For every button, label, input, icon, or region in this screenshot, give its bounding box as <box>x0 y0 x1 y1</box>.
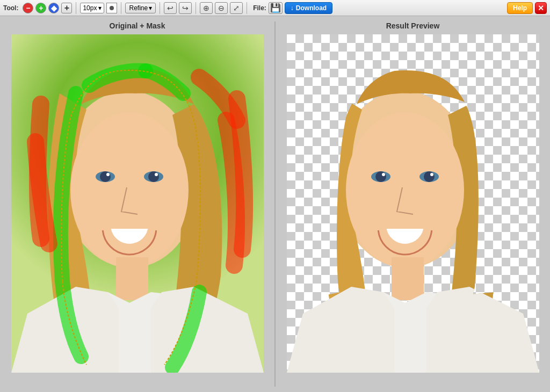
right-panel-title: Result Preview <box>386 21 440 30</box>
plus-tool-button[interactable]: + <box>61 3 72 13</box>
redo-icon: ↪ <box>182 4 189 12</box>
zoom-out-button[interactable]: ⊕ <box>200 2 213 14</box>
tool-label: Tool: <box>3 4 18 12</box>
undo-button[interactable]: ↩ <box>164 2 177 14</box>
add-tool-button[interactable]: + <box>35 3 46 13</box>
brush-preview <box>106 3 117 13</box>
left-panel: Original + Mask <box>0 16 274 392</box>
separator-3 <box>160 2 160 14</box>
erase-tool-button[interactable]: − <box>23 3 33 13</box>
save-button[interactable]: 💾 <box>269 2 283 14</box>
separator-4 <box>196 2 196 14</box>
refine-chevron: ▾ <box>149 4 152 12</box>
download-label: Download <box>296 4 327 12</box>
separator-1 <box>76 2 76 14</box>
download-icon: ↓ <box>291 4 294 12</box>
zoom-out-icon: ⊕ <box>203 4 209 12</box>
brush-dot <box>110 6 114 10</box>
toolbar: Tool: − + ◆ + 10px ▾ Refine ▾ ↩ ↪ ⊕ ⊖ ⤢ … <box>0 0 550 16</box>
undo-icon: ↩ <box>167 4 173 12</box>
main-area: Original + Mask Result Preview <box>0 16 550 392</box>
redo-button[interactable]: ↪ <box>179 2 192 14</box>
refine-label: Refine <box>129 4 148 12</box>
save-icon: 💾 <box>270 3 281 13</box>
separator-2 <box>121 2 121 14</box>
refine-button[interactable]: Refine ▾ <box>125 3 156 13</box>
zoom-in-icon: ⊖ <box>218 4 225 12</box>
right-canvas <box>287 34 539 373</box>
download-button[interactable]: ↓ Download <box>285 2 332 14</box>
zoom-in-button[interactable]: ⊖ <box>215 2 228 14</box>
separator-5 <box>247 2 247 14</box>
close-button[interactable]: ✕ <box>535 2 547 14</box>
fit-icon: ⤢ <box>233 4 240 12</box>
brush-size-chevron: ▾ <box>98 4 102 12</box>
brush-size-value: 10px <box>83 4 97 12</box>
refine-tool-button[interactable]: ◆ <box>48 3 59 13</box>
right-panel: Result Preview <box>276 16 550 392</box>
fit-button[interactable]: ⤢ <box>230 2 243 14</box>
brush-size-selector[interactable]: 10px ▾ <box>80 3 104 13</box>
help-label: Help <box>513 4 527 12</box>
close-icon: ✕ <box>538 4 544 12</box>
result-preview-canvas <box>287 34 539 373</box>
left-panel-title: Original + Mask <box>110 21 165 30</box>
original-mask-canvas[interactable] <box>11 34 264 373</box>
file-label: File: <box>253 4 266 12</box>
help-button[interactable]: Help <box>507 2 533 14</box>
left-canvas[interactable] <box>11 34 264 373</box>
